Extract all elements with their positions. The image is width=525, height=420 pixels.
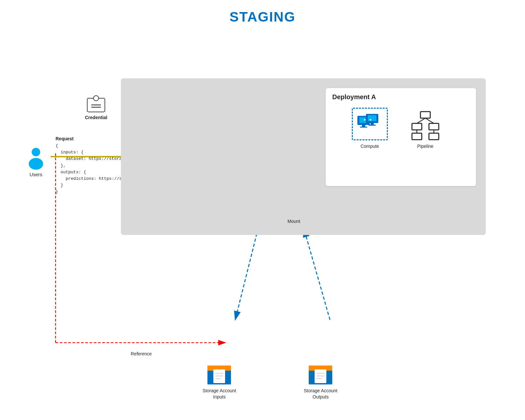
- deployment-container: Deployment A: [121, 78, 486, 235]
- svg-rect-24: [420, 112, 430, 118]
- svg-rect-27: [412, 133, 422, 140]
- svg-rect-19: [368, 115, 376, 121]
- storage-inputs-svg: [206, 360, 232, 386]
- svg-rect-20: [370, 123, 374, 125]
- svg-line-30: [425, 118, 434, 123]
- pipeline-svg: [411, 111, 440, 140]
- svg-line-6: [235, 228, 258, 320]
- storage-outputs-icon: Storage Account Outputs: [304, 360, 337, 400]
- svg-rect-16: [362, 125, 365, 127]
- credential-card: [87, 98, 105, 112]
- request-line-3: },: [56, 163, 66, 168]
- request-label: Request: [56, 136, 74, 141]
- svg-line-29: [417, 118, 425, 123]
- compute-svg: [357, 113, 383, 135]
- svg-rect-17: [360, 127, 367, 128]
- storage-inputs-icon: Storage Account Inputs: [203, 360, 236, 400]
- request-line-7: }: [56, 189, 58, 194]
- reference-label: Reference: [131, 351, 152, 356]
- pipeline-label: Pipeline: [417, 144, 434, 149]
- user-figure: [26, 147, 46, 170]
- storage-inputs-label: Storage Account Inputs: [203, 388, 236, 400]
- users-label: Users: [29, 172, 42, 177]
- credential-label: Credential: [85, 115, 107, 120]
- svg-line-7: [304, 228, 330, 320]
- request-line-1: inputs: {: [56, 150, 84, 155]
- users-icon: Users: [26, 147, 46, 177]
- deployment-a-title: Deployment A: [326, 88, 476, 103]
- page-title: STAGING: [0, 0, 525, 25]
- svg-point-11: [29, 158, 43, 170]
- storage-outputs-label: Storage Account Outputs: [304, 388, 337, 400]
- svg-point-10: [32, 148, 40, 156]
- request-line-4: outputs: {: [56, 170, 86, 175]
- credential-icon: Credential: [85, 98, 107, 120]
- compute-dashed-box: [352, 108, 388, 140]
- compute-label: Compute: [361, 144, 379, 149]
- pipeline-icon: Pipeline: [411, 111, 440, 149]
- compute-icon: Compute: [352, 108, 388, 149]
- svg-rect-25: [412, 123, 422, 130]
- storage-outputs-svg: [307, 360, 334, 386]
- request-line-0: {: [56, 143, 58, 148]
- svg-rect-28: [429, 133, 439, 140]
- deployment-a-box: Deployment A: [326, 88, 476, 186]
- mount-label: Mount: [287, 219, 300, 224]
- request-line-6: }: [56, 183, 63, 188]
- diagram-area: Users Credential Request { inputs: { dat…: [20, 52, 505, 407]
- svg-rect-21: [369, 125, 376, 126]
- svg-rect-26: [429, 123, 439, 130]
